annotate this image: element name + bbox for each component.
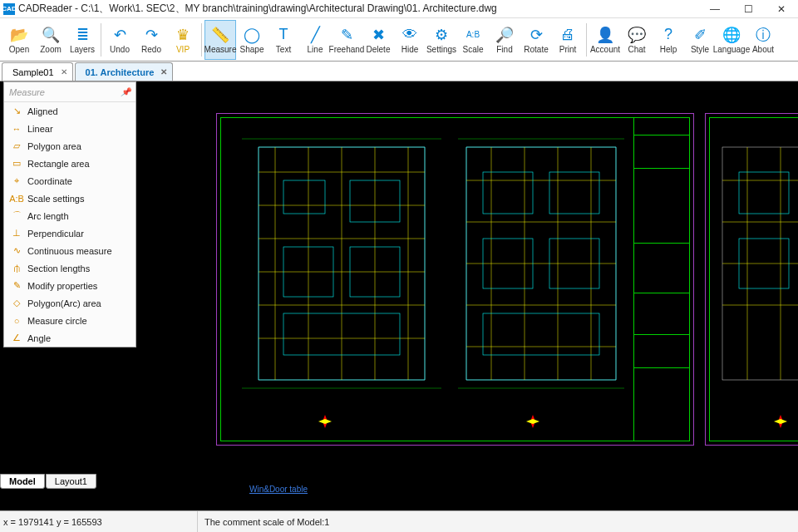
measure-button[interactable]: 📏Measure (204, 20, 236, 60)
measure-item-coordinate[interactable]: ⌖Coordinate (4, 172, 135, 190)
title-block (633, 117, 690, 441)
zoom-icon: 🔍 (42, 26, 60, 44)
tab-model[interactable]: Model (0, 474, 45, 489)
measure-item-label: Section lengths (27, 264, 90, 273)
measure-item-label: Aligned (27, 106, 58, 116)
measure-item-scale-settings[interactable]: A:BScale settings (4, 190, 135, 207)
scale-icon: A:B (464, 26, 482, 44)
tab-close-icon[interactable]: ✕ (59, 66, 69, 76)
measure-item-icon: ⌒ (9, 210, 24, 222)
measure-item-icon: ⫛ (9, 263, 24, 274)
status-scale: The comment scale of Model:1 (198, 517, 329, 527)
measure-item-icon: ⊥ (9, 228, 24, 239)
vip-button[interactable]: ♛VIP (167, 20, 199, 60)
scale-button[interactable]: A:BScale (457, 20, 489, 60)
measure-item-label: Modify properties (27, 281, 97, 291)
measure-item-modify-properties[interactable]: ✎Modify properties (4, 277, 135, 294)
find-button[interactable]: 🔎Find (489, 20, 520, 60)
measure-item-label: Coordinate (27, 176, 72, 186)
layers-icon: ≣ (73, 26, 91, 44)
style-button[interactable]: ✐Style (684, 20, 716, 60)
style-icon: ✐ (691, 26, 709, 44)
shape-button[interactable]: ◯Shape (236, 20, 268, 60)
about-button[interactable]: ⓘAbout (747, 20, 779, 60)
measure-item-polygon-area[interactable]: ▱Polygon area (4, 137, 135, 155)
measure-item-icon: ∠ (9, 332, 24, 344)
text-icon: T (274, 26, 293, 44)
svg-rect-38 (549, 172, 599, 214)
measure-item-linear[interactable]: ↔Linear (4, 120, 135, 137)
measure-item-icon: ▱ (9, 140, 24, 152)
measure-item-polygon-arc-area[interactable]: ◇Polygon(Arc) area (4, 294, 135, 312)
tab-layout1[interactable]: Layout1 (46, 474, 96, 489)
svg-rect-37 (483, 172, 533, 214)
floor-plan-svg (217, 114, 695, 446)
measure-item-continuous-measure[interactable]: ∿Continuous measure (4, 242, 135, 259)
measure-item-perpendicular[interactable]: ⊥Perpendicular (4, 224, 135, 242)
svg-marker-62 (774, 419, 787, 424)
measure-item-rectangle-area[interactable]: ▭Rectangle area (4, 155, 135, 172)
separator (101, 23, 101, 57)
svg-rect-41 (483, 313, 599, 355)
document-tabstrip: Sample01 ✕ 01. Architecture ✕ (0, 62, 798, 81)
delete-icon: ✖ (369, 26, 387, 44)
settings-button[interactable]: ⚙Settings (426, 20, 457, 60)
panel-header: Measure 📌 (4, 82, 135, 102)
redo-button[interactable]: ↷Redo (135, 20, 167, 60)
tab-label: Sample01 (12, 67, 54, 77)
measure-item-aligned[interactable]: ↘Aligned (4, 102, 135, 120)
status-coordinates: x = 1979141 y = 165593 (0, 511, 198, 532)
tab-label: 01. Architecture (86, 67, 155, 77)
measure-item-icon: ○ (9, 315, 24, 327)
drawing-sheet (216, 113, 694, 446)
measure-item-label: Arc length (27, 211, 69, 221)
open-button[interactable]: 📂Open (3, 20, 35, 60)
freehand-button[interactable]: ✎Freehand (331, 20, 362, 60)
app-icon: CAD (3, 3, 15, 15)
chat-button[interactable]: 💬Chat (621, 20, 653, 60)
measure-item-icon: ⌖ (9, 175, 24, 187)
help-button[interactable]: ?Help (653, 20, 684, 60)
measure-item-arc-length[interactable]: ⌒Arc length (4, 207, 135, 224)
tab-close-icon[interactable]: ✕ (159, 66, 169, 76)
close-button[interactable]: ✕ (765, 0, 798, 18)
pin-icon[interactable]: 📌 (121, 87, 131, 96)
account-button[interactable]: 👤Account (589, 20, 621, 60)
svg-rect-57 (739, 172, 789, 214)
measure-item-icon: ↘ (9, 106, 24, 117)
freehand-icon: ✎ (337, 26, 356, 44)
zoom-button[interactable]: 🔍Zoom (35, 20, 66, 60)
print-button[interactable]: 🖨Print (552, 20, 584, 60)
measure-item-label: Polygon area (27, 141, 81, 151)
measure-item-measure-circle[interactable]: ○Measure circle (4, 312, 135, 329)
redo-icon: ↷ (142, 26, 160, 44)
undo-button[interactable]: ↶Undo (104, 20, 135, 60)
line-icon: ╱ (306, 26, 324, 44)
account-icon: 👤 (596, 26, 614, 44)
tab-sample01[interactable]: Sample01 ✕ (2, 62, 73, 81)
language-button[interactable]: 🌐Language (716, 20, 747, 60)
window-title: CADReader - C:\1、Work\1. SEC\2、MY branch… (18, 2, 698, 16)
print-icon: 🖨 (559, 26, 577, 44)
hide-button[interactable]: 👁Hide (394, 20, 426, 60)
line-button[interactable]: ╱Line (299, 20, 331, 60)
minimize-button[interactable]: — (698, 0, 732, 18)
status-bar: x = 1979141 y = 165593 The comment scale… (0, 510, 798, 532)
link-windoor-table[interactable]: Win&Door table (249, 485, 308, 494)
work-area: Win&Door table Measure 📌 ↘Aligned↔Linear… (0, 81, 798, 510)
measure-item-section-lengths[interactable]: ⫛Section lengths (4, 259, 135, 277)
measure-item-label: Perpendicular (27, 229, 84, 239)
text-button[interactable]: TText (268, 20, 299, 60)
maximize-button[interactable]: ☐ (732, 0, 765, 18)
rotate-button[interactable]: ⟳Rotate (520, 20, 552, 60)
delete-button[interactable]: ✖Delete (362, 20, 394, 60)
separator (586, 23, 587, 57)
measure-item-label: Polygon(Arc) area (27, 298, 101, 308)
shape-icon: ◯ (243, 26, 261, 44)
layers-button[interactable]: ≣Layers (66, 20, 98, 60)
hide-icon: 👁 (401, 26, 419, 44)
about-icon: ⓘ (754, 26, 772, 44)
measure-item-icon: ↔ (9, 123, 24, 135)
tab-architecture[interactable]: 01. Architecture ✕ (75, 62, 174, 81)
measure-item-angle[interactable]: ∠Angle (4, 329, 135, 347)
